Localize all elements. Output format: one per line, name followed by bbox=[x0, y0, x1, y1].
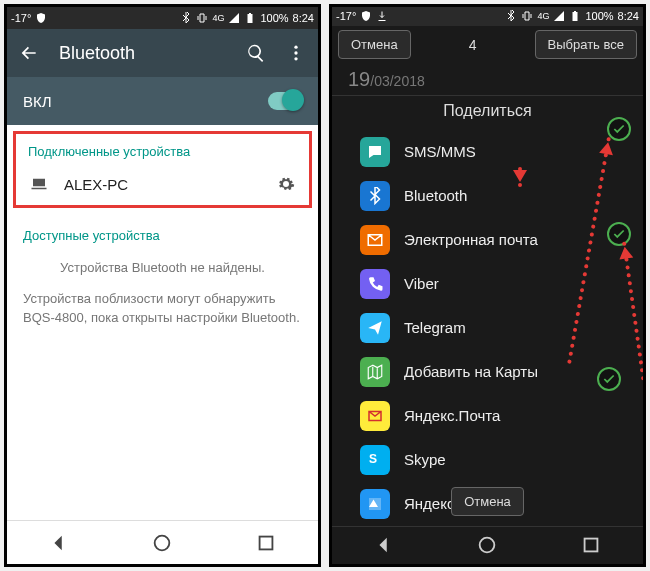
signal-icon bbox=[228, 12, 240, 24]
map-icon bbox=[360, 357, 390, 387]
not-found-text: Устройства Bluetooth не найдены. bbox=[7, 253, 318, 284]
status-time: 8:24 bbox=[618, 10, 639, 22]
share-item-send[interactable]: Telegram bbox=[332, 306, 643, 350]
phone-icon bbox=[360, 269, 390, 299]
status-bar: -17° 4G 100% 8:24 bbox=[332, 7, 643, 26]
cancel-button[interactable]: Отмена bbox=[338, 30, 411, 59]
paired-device-row[interactable]: ALEX-PC bbox=[16, 167, 309, 201]
share-item-label: Яндекс.Почта bbox=[404, 407, 500, 424]
share-item-label: Добавить на Карты bbox=[404, 363, 538, 380]
select-all-button[interactable]: Выбрать все bbox=[535, 30, 637, 59]
nav-bar bbox=[7, 520, 318, 564]
bluetooth-toggle-row[interactable]: ВКЛ bbox=[7, 77, 318, 125]
selection-topbar: Отмена 4 Выбрать все bbox=[332, 26, 643, 64]
share-list: SMS/MMSBluetoothЭлектронная почтаViberTe… bbox=[332, 130, 643, 526]
back-icon[interactable] bbox=[19, 43, 39, 63]
nav-bar bbox=[332, 526, 643, 564]
status-battery-pct: 100% bbox=[260, 12, 288, 24]
appbar-title: Bluetooth bbox=[59, 43, 226, 64]
share-item-label: Bluetooth bbox=[404, 187, 467, 204]
selection-count: 4 bbox=[417, 37, 529, 53]
bluetooth-icon bbox=[505, 10, 517, 22]
vibrate-icon bbox=[196, 12, 208, 24]
phone-share-dialog: -17° 4G 100% 8:24 Отмена 4 Выбрать все 1… bbox=[329, 4, 646, 567]
date-rest: /03/2018 bbox=[370, 73, 425, 89]
nav-recent-icon[interactable] bbox=[255, 532, 277, 554]
available-section-label: Доступные устройства bbox=[7, 214, 318, 253]
share-item-label: Telegram bbox=[404, 319, 466, 336]
mail-icon bbox=[360, 225, 390, 255]
svg-point-3 bbox=[155, 535, 170, 550]
date-header: 19/03/2018 bbox=[332, 64, 643, 96]
appbar: Bluetooth bbox=[7, 29, 318, 77]
nav-recent-icon[interactable] bbox=[580, 534, 602, 556]
annotation-arrow bbox=[518, 167, 522, 187]
gear-icon[interactable] bbox=[275, 175, 297, 193]
chat-icon bbox=[360, 137, 390, 167]
share-item-label: Skype bbox=[404, 451, 446, 468]
svg-point-6 bbox=[480, 538, 495, 553]
status-battery-pct: 100% bbox=[585, 10, 613, 22]
nav-home-icon[interactable] bbox=[476, 534, 498, 556]
svg-rect-4 bbox=[260, 536, 273, 549]
paired-device-name: ALEX-PC bbox=[64, 176, 261, 193]
svg-point-1 bbox=[294, 51, 297, 54]
status-4g: 4G bbox=[212, 13, 224, 23]
bluetooth-icon bbox=[180, 12, 192, 24]
svg-rect-7 bbox=[585, 539, 598, 552]
battery-icon bbox=[569, 10, 581, 22]
svg-text:S: S bbox=[369, 452, 377, 466]
toggle-switch[interactable] bbox=[268, 92, 302, 110]
status-time: 8:24 bbox=[293, 12, 314, 24]
cancel-button-bottom[interactable]: Отмена bbox=[451, 487, 524, 516]
share-item-ymail[interactable]: Яндекс.Почта bbox=[332, 394, 643, 438]
shield-icon bbox=[35, 12, 47, 24]
discoverable-hint: Устройства поблизости могут обнаружить B… bbox=[7, 284, 318, 334]
share-item-chat[interactable]: SMS/MMS bbox=[332, 130, 643, 174]
status-temperature: -17° bbox=[11, 12, 31, 24]
download-icon bbox=[376, 10, 388, 22]
svg-point-2 bbox=[294, 57, 297, 60]
nav-back-icon[interactable] bbox=[373, 534, 395, 556]
paired-devices-highlight: Подключенные устройства ALEX-PC bbox=[13, 131, 312, 208]
more-icon[interactable] bbox=[286, 43, 306, 63]
annotation-checkmark bbox=[597, 367, 621, 391]
search-icon[interactable] bbox=[246, 43, 266, 63]
ymail-icon bbox=[360, 401, 390, 431]
share-item-map[interactable]: Добавить на Карты bbox=[332, 350, 643, 394]
svg-point-0 bbox=[294, 46, 297, 49]
skype-icon: S bbox=[360, 445, 390, 475]
status-temperature: -17° bbox=[336, 10, 356, 22]
disk-icon bbox=[360, 489, 390, 519]
share-item-skype[interactable]: SSkype bbox=[332, 438, 643, 482]
date-day: 19 bbox=[348, 68, 370, 90]
nav-back-icon[interactable] bbox=[48, 532, 70, 554]
nav-home-icon[interactable] bbox=[151, 532, 173, 554]
share-dialog-title: Поделиться bbox=[332, 96, 643, 130]
toggle-label: ВКЛ bbox=[23, 93, 52, 110]
bluetooth-icon bbox=[360, 181, 390, 211]
share-item-label: SMS/MMS bbox=[404, 143, 476, 160]
status-4g: 4G bbox=[537, 11, 549, 21]
share-item-phone[interactable]: Viber bbox=[332, 262, 643, 306]
share-item-label: Viber bbox=[404, 275, 439, 292]
battery-icon bbox=[244, 12, 256, 24]
vibrate-icon bbox=[521, 10, 533, 22]
share-item-label: Электронная почта bbox=[404, 231, 538, 248]
laptop-icon bbox=[28, 175, 50, 193]
signal-icon bbox=[553, 10, 565, 22]
send-icon bbox=[360, 313, 390, 343]
paired-section-label: Подключенные устройства bbox=[16, 134, 309, 167]
share-item-mail[interactable]: Электронная почта bbox=[332, 218, 643, 262]
status-bar: -17° 4G 100% 8:24 bbox=[7, 7, 318, 29]
shield-icon bbox=[360, 10, 372, 22]
phone-bluetooth-settings: -17° 4G 100% 8:24 Bluetooth ВКЛ Подключе… bbox=[4, 4, 321, 567]
